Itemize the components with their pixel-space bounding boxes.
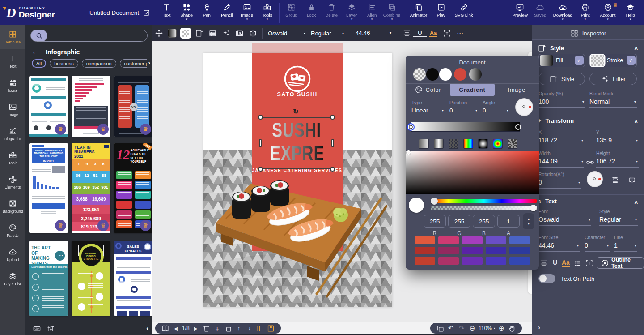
- filter-chip-business[interactable]: business: [50, 59, 78, 68]
- pan-hand-icon[interactable]: [507, 324, 517, 333]
- toolbar-text-button[interactable]: Text: [157, 3, 177, 21]
- alpha-handle[interactable]: [530, 205, 537, 211]
- sidebar-item-icons[interactable]: Icons: [0, 73, 25, 98]
- swatch-gradient[interactable]: [469, 68, 482, 81]
- toolbar-lock-button[interactable]: Lock: [301, 3, 322, 21]
- gradient-preset-linear-gray[interactable]: [419, 139, 429, 149]
- saturation-handle[interactable]: [407, 150, 411, 155]
- fill-checkbox[interactable]: ✓: [575, 56, 584, 65]
- blue-channel-input[interactable]: 255: [473, 215, 495, 228]
- template-thumbnail-t6[interactable]: 12ACHIEVABLE GOALS TO SET FOR YOURSELF20…: [114, 143, 152, 233]
- palette-swatch-93295f[interactable]: [438, 247, 459, 254]
- toolbar-layer-button[interactable]: Layer▾: [342, 3, 362, 21]
- document-title[interactable]: Untitled Document: [89, 9, 157, 17]
- toolbar-preview-button[interactable]: Preview: [510, 3, 530, 21]
- palette-swatch-ad3268[interactable]: [438, 257, 459, 265]
- palette-swatch-cf3a72[interactable]: [438, 236, 459, 244]
- underline-icon[interactable]: U: [413, 30, 427, 37]
- gradient-position-select[interactable]: 0▾: [449, 107, 477, 116]
- width-input[interactable]: 144.09▾: [538, 157, 584, 168]
- sidebar-item-image[interactable]: Image: [0, 98, 25, 122]
- move-page-up-icon[interactable]: ↑: [233, 325, 244, 331]
- search-input[interactable]: [47, 33, 147, 39]
- sidebar-item-background[interactable]: Background: [0, 194, 25, 219]
- gradient-type-select[interactable]: Linear▾: [411, 107, 444, 116]
- palette-swatch-6a4ec6[interactable]: [486, 236, 506, 244]
- gradient-angle-select[interactable]: 0▾: [483, 107, 508, 116]
- gradient-preset-mirror-gray[interactable]: [434, 139, 444, 149]
- alpha-slider[interactable]: [431, 206, 537, 210]
- zoom-out-icon[interactable]: ⊖: [467, 324, 478, 332]
- undo-icon[interactable]: ↶: [445, 324, 456, 332]
- sushi-board-illustration[interactable]: [203, 156, 392, 307]
- sidebar-item-layer-list[interactable]: Layer List: [0, 267, 25, 291]
- toolbar-print-button[interactable]: Print▾: [575, 3, 595, 21]
- font-style-select[interactable]: Regular▾: [308, 30, 347, 37]
- toolbar-download-button[interactable]: Download▾: [550, 3, 575, 21]
- gradient-preset-radial-rainbow[interactable]: [493, 139, 503, 149]
- duplicate-view-icon[interactable]: [435, 324, 445, 333]
- add-page-icon[interactable]: [192, 29, 206, 38]
- palette-swatch-a53dbd[interactable]: [462, 236, 483, 244]
- previous-page-icon[interactable]: ◀: [170, 326, 181, 331]
- text-align-icon[interactable]: [400, 29, 413, 38]
- template-thumbnail-t9[interactable]: SALES UPDATES 2021: [114, 241, 152, 316]
- toolbar-play-button[interactable]: Play: [431, 3, 451, 21]
- back-arrow-icon[interactable]: ←: [32, 47, 39, 56]
- selection-handle-se[interactable]: [330, 167, 335, 172]
- image-card-icon[interactable]: [233, 29, 246, 38]
- text-collapse-icon[interactable]: ˄: [634, 199, 638, 206]
- font-size-input[interactable]: 44.46▾: [538, 241, 580, 252]
- toolbar-delete-button[interactable]: Delete: [322, 3, 342, 21]
- toolbar-pen-button[interactable]: Pen: [197, 3, 217, 21]
- filter-chip-all[interactable]: All: [32, 59, 46, 68]
- tab-image[interactable]: Image: [495, 84, 539, 96]
- palette-swatch-2c3a9d[interactable]: [509, 247, 530, 254]
- pages-overview-icon[interactable]: [160, 324, 170, 333]
- blend-mode-select[interactable]: Normal▾: [589, 98, 637, 108]
- zoom-level[interactable]: 110%: [479, 325, 492, 331]
- toolbar-animator-button[interactable]: Animator: [406, 3, 431, 21]
- swatch-transparent[interactable]: [413, 68, 426, 81]
- line-height-input[interactable]: 1▾: [614, 241, 637, 252]
- flatten-icon[interactable]: [611, 176, 619, 186]
- logo-caption[interactable]: SATO SUSHI: [252, 91, 343, 98]
- panel-settings-icon[interactable]: [47, 324, 55, 333]
- font-size-select[interactable]: 44.46▾: [353, 30, 394, 38]
- rotation-dial[interactable]: [587, 171, 603, 187]
- toolbar-shape-button[interactable]: Shape▾: [177, 3, 197, 21]
- sidebar-item-text[interactable]: Text: [0, 49, 25, 73]
- stroke-checkbox[interactable]: ✓: [627, 56, 636, 65]
- stroke-none-swatch[interactable]: [180, 28, 191, 39]
- saturation-value-area[interactable]: [406, 151, 539, 194]
- artboard-page[interactable]: SATO SUSHI SUSHI EXPRESS JAPANESE CATERI…: [203, 53, 392, 307]
- filter-chip-customer-jo[interactable]: customer jo: [120, 59, 147, 68]
- edit-document-icon[interactable]: [142, 9, 151, 17]
- table-icon[interactable]: [206, 29, 219, 38]
- toolbar-combine-button[interactable]: Combine▾: [382, 3, 402, 21]
- y-input[interactable]: 135.9▾: [596, 136, 639, 146]
- search-box[interactable]: [30, 30, 148, 42]
- selection-handle-nw[interactable]: [258, 115, 263, 120]
- filter-button[interactable]: Filter: [589, 73, 637, 85]
- add-page-button-icon[interactable]: +: [212, 325, 223, 332]
- character-spacing-input[interactable]: 0▾: [585, 241, 610, 252]
- toolbar-pencil-button[interactable]: Pencil: [217, 3, 237, 21]
- hue-handle[interactable]: [431, 198, 438, 205]
- toolbar-group-button[interactable]: Group: [281, 3, 301, 21]
- selection-bounding-box[interactable]: [261, 117, 332, 169]
- collapse-panel-icon[interactable]: ‹: [146, 325, 148, 332]
- toolbar-account-button[interactable]: ♛Account▾: [595, 3, 620, 21]
- mirror-icon[interactable]: [628, 176, 636, 186]
- toolbar-help-button[interactable]: Help▾: [620, 3, 640, 21]
- angle-dial[interactable]: [515, 98, 533, 116]
- palette-swatch-4b38bf[interactable]: [486, 257, 506, 265]
- transform-section-header[interactable]: ✦Transform: [538, 117, 574, 124]
- palette-swatch-3347b3[interactable]: [509, 257, 530, 265]
- page-panel-icon[interactable]: [255, 324, 266, 333]
- text-box-icon-inspector[interactable]: [585, 259, 593, 269]
- sato-sushi-logo[interactable]: [284, 65, 311, 93]
- font-style-select-inspector[interactable]: Regular▾: [599, 215, 638, 226]
- gradient-bar[interactable]: [411, 122, 520, 132]
- green-channel-input[interactable]: 255: [448, 215, 470, 228]
